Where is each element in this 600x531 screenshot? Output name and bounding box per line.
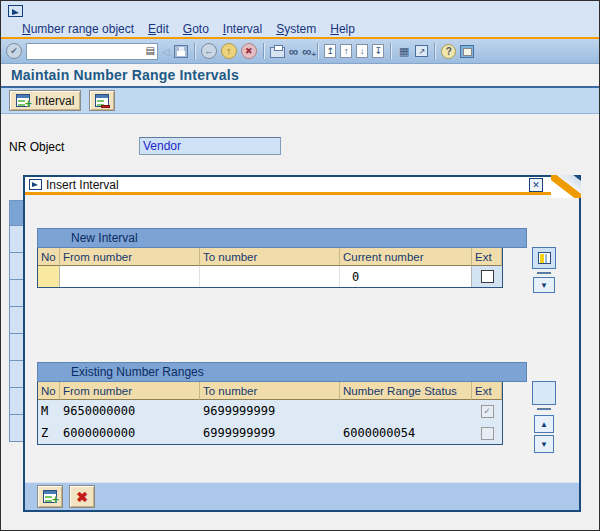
- dialog-footer: + ✖: [25, 482, 579, 510]
- menu-bar: Number range object Edit Goto Interval S…: [1, 20, 599, 37]
- confirm-insert-button[interactable]: +: [37, 485, 63, 508]
- command-input[interactable]: [29, 45, 144, 57]
- sap-window: Number range object Edit Goto Interval S…: [0, 0, 600, 531]
- table-row[interactable]: Z 6000000000 6999999999 6000000054: [38, 422, 502, 444]
- existing-ranges-header-row: No From number To number Number Range St…: [38, 382, 502, 400]
- insert-interval-label: Interval: [35, 94, 74, 108]
- scroll-down-icon[interactable]: ▼: [534, 435, 554, 453]
- toolbar-separator: [194, 43, 195, 59]
- menu-goto[interactable]: Goto: [176, 22, 216, 36]
- no-input-cell[interactable]: [38, 266, 60, 287]
- customize-layout-icon[interactable]: [460, 45, 474, 58]
- ext-checkbox[interactable]: [481, 270, 494, 283]
- menu-system[interactable]: System: [269, 22, 323, 36]
- insert-interval-dialog: Insert Interval ✕ New Interval No From n…: [23, 175, 581, 512]
- title-band: Maintain Number Range Intervals: [1, 64, 599, 88]
- current-number-input[interactable]: 0: [340, 266, 472, 287]
- new-interval-input-row: 0: [38, 266, 502, 287]
- table-settings-icon: [538, 252, 551, 264]
- column-header-ext: Ext: [472, 382, 502, 400]
- find-next-icon[interactable]: ∞: [302, 45, 311, 58]
- red-x-icon: ✖: [76, 490, 88, 504]
- back-icon[interactable]: ←: [201, 43, 217, 59]
- insert-interval-button[interactable]: + Interval: [9, 90, 81, 111]
- dialog-sap-icon: [29, 179, 42, 190]
- print-icon[interactable]: [270, 47, 285, 58]
- create-shortcut-icon[interactable]: ↗: [415, 45, 428, 57]
- existing-ranges-table: No From number To number Number Range St…: [37, 382, 503, 445]
- existing-ranges-section-title-band: Existing Number Ranges: [37, 362, 527, 382]
- collapse-field-icon[interactable]: ◁: [162, 46, 170, 57]
- enter-icon[interactable]: ✔: [6, 43, 22, 59]
- ext-checkbox: [481, 405, 494, 418]
- scroll-up-icon[interactable]: ▲: [534, 415, 554, 433]
- new-interval-table: No From number To number Current number …: [37, 248, 503, 288]
- interval-delete-icon: [95, 94, 109, 107]
- insert-icon: +: [43, 490, 57, 503]
- command-history-icon[interactable]: ▤: [146, 46, 155, 56]
- ext-cell: [472, 400, 502, 422]
- exit-icon[interactable]: ↑: [221, 43, 237, 59]
- command-field-wrap: ▤: [26, 43, 158, 60]
- work-area: NR Object Vendor Insert Interval ✕: [1, 114, 599, 526]
- scrollbar-thumb[interactable]: [537, 408, 551, 410]
- find-icon[interactable]: ∞: [289, 45, 298, 58]
- delete-interval-button[interactable]: [89, 90, 115, 111]
- column-header-no: No: [38, 248, 60, 266]
- new-interval-section-title-band: New Interval: [37, 228, 527, 248]
- from-number-input[interactable]: [60, 266, 200, 287]
- new-session-icon[interactable]: ▦: [397, 45, 411, 58]
- dropdown-button[interactable]: ▼: [533, 277, 555, 293]
- column-header-from-number: From number: [60, 248, 200, 266]
- nr-object-field[interactable]: Vendor: [139, 137, 281, 155]
- next-page-icon[interactable]: ↓: [356, 44, 368, 58]
- menu-number-range-object[interactable]: Number range object: [15, 22, 141, 36]
- page-title: Maintain Number Range Intervals: [11, 67, 239, 83]
- cancel-dialog-button[interactable]: ✖: [69, 485, 95, 508]
- new-interval-section-title: New Interval: [71, 231, 138, 245]
- column-header-ext: Ext: [472, 248, 502, 266]
- menu-edit[interactable]: Edit: [141, 22, 176, 36]
- toolbar-separator: [434, 43, 435, 59]
- menu-interval[interactable]: Interval: [216, 22, 269, 36]
- column-header-number-range-status: Number Range Status: [340, 382, 472, 400]
- panel-divider: [537, 272, 551, 274]
- help-icon[interactable]: ?: [441, 44, 456, 59]
- range-no: M: [38, 400, 60, 422]
- range-from: 6000000000: [60, 422, 200, 444]
- range-from: 9650000000: [60, 400, 200, 422]
- column-header-no: No: [38, 382, 60, 400]
- table-row[interactable]: M 9650000000 9699999999: [38, 400, 502, 422]
- save-icon[interactable]: [174, 45, 188, 58]
- dialog-content: New Interval No From number To number Cu…: [25, 195, 579, 482]
- column-header-from-number: From number: [60, 382, 200, 400]
- table-settings-button[interactable]: [532, 247, 556, 269]
- previous-page-icon[interactable]: ↑: [340, 44, 352, 58]
- column-header-current-number: Current number: [340, 248, 472, 266]
- range-status: [340, 400, 472, 422]
- last-page-icon[interactable]: ↧: [372, 44, 384, 58]
- application-toolbar: + Interval: [1, 88, 599, 114]
- system-toolbar: ✔ ▤ ◁ ← ↑ ✖ ∞ ∞ ↥ ↑ ↓ ↧ ▦ ↗ ?: [1, 39, 599, 64]
- dialog-close-icon[interactable]: ✕: [529, 178, 543, 192]
- toolbar-separator: [263, 43, 264, 59]
- menu-help[interactable]: Help: [323, 22, 362, 36]
- cancel-icon[interactable]: ✖: [241, 43, 257, 59]
- new-interval-group: New Interval No From number To number Cu…: [37, 228, 557, 288]
- to-number-input[interactable]: [200, 266, 340, 287]
- toolbar-separator: [390, 43, 391, 59]
- first-page-icon[interactable]: ↥: [324, 44, 336, 58]
- new-interval-side-panel: ▼: [531, 247, 557, 293]
- column-header-to-number: To number: [200, 248, 340, 266]
- scrollbar-track: [532, 381, 556, 405]
- dialog-titlebar[interactable]: Insert Interval ✕: [25, 177, 579, 195]
- nr-object-label: NR Object: [9, 140, 64, 154]
- toolbar-separator: [317, 43, 318, 59]
- range-to: 9699999999: [200, 400, 340, 422]
- ext-checkbox: [481, 427, 494, 440]
- column-header-to-number: To number: [200, 382, 340, 400]
- range-status: 6000000054: [340, 422, 472, 444]
- interval-add-icon: +: [16, 94, 30, 107]
- window-titlebar: [1, 1, 599, 20]
- existing-ranges-section-title: Existing Number Ranges: [71, 365, 204, 379]
